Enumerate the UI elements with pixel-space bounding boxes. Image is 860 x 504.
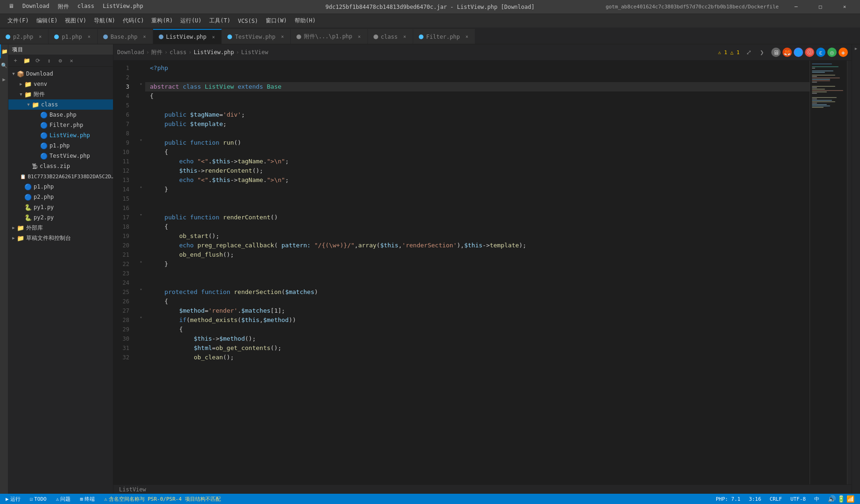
right-panel-btn[interactable]: ▶ xyxy=(853,44,860,53)
activity-search[interactable]: 🔍 xyxy=(0,58,8,72)
menu-refactor[interactable]: 重构(R) xyxy=(148,15,176,26)
tab-close-p1php[interactable]: × xyxy=(87,34,92,40)
tab-filterphp[interactable]: Filter.php × xyxy=(413,29,475,44)
menu-help[interactable]: 帮助(H) xyxy=(291,15,320,26)
status-line-col[interactable]: 3:16 xyxy=(747,494,763,504)
scrollbar-vertical[interactable] xyxy=(847,61,852,484)
kw-public-9: public xyxy=(164,138,190,147)
class-label[interactable]: class xyxy=(74,2,98,12)
browser-opera-icon[interactable]: Ⓞ xyxy=(805,48,814,57)
tab-close-filterphp[interactable]: × xyxy=(465,34,469,40)
tree-item-fj[interactable]: ▼ 📁 附件 xyxy=(8,89,113,99)
menu-file[interactable]: 文件(F) xyxy=(4,15,33,26)
chevron-right-icon[interactable]: ❯ xyxy=(756,47,768,58)
tree-item-basephp[interactable]: 🔵 Base.php xyxy=(8,110,113,120)
tree-item-fj-p1php[interactable]: 🔵 p1.php xyxy=(8,182,113,192)
browser-safari-icon[interactable]: ◎ xyxy=(827,48,837,57)
browser-edge-icon[interactable]: ε xyxy=(816,48,825,57)
tree-item-listviewphp[interactable]: 🔵 ListView.php xyxy=(8,130,113,140)
menu-run[interactable]: 运行(U) xyxy=(176,15,205,26)
tab-basephp[interactable]: Base.php × xyxy=(98,29,153,44)
menu-window[interactable]: 窗口(W) xyxy=(262,15,291,26)
sidebar-close-btn[interactable]: ✕ xyxy=(66,56,77,65)
breadcrumb-fj[interactable]: 附件 xyxy=(151,49,162,56)
tab-p1php[interactable]: p1.php × xyxy=(49,29,97,44)
fold-3[interactable]: ▾ xyxy=(137,79,145,89)
attachment-label[interactable]: 附件 xyxy=(54,2,73,12)
tree-item-fj-p2php[interactable]: 🔵 p2.php xyxy=(8,192,113,202)
sidebar-refresh-btn[interactable]: ⟳ xyxy=(33,56,43,65)
sidebar-collapse-btn[interactable]: ↕ xyxy=(44,56,54,65)
fold-25[interactable]: ▾ xyxy=(137,285,145,294)
tab-close-testviewphp[interactable]: × xyxy=(280,34,285,40)
tree-item-extlib[interactable]: ▶ 📁 外部库 xyxy=(8,223,113,233)
status-problems-btn[interactable]: ⚠ 问题 xyxy=(54,494,73,504)
tab-close-listviewphp[interactable]: × xyxy=(211,34,216,40)
menu-code[interactable]: 代码(C) xyxy=(119,15,148,26)
status-todo-btn[interactable]: ☑ TODO xyxy=(28,494,49,504)
code-content[interactable]: <?php abstract class ListView extends Ba… xyxy=(145,61,810,484)
tree-item-scratch[interactable]: ▶ 📁 草稿文件和控制台 xyxy=(8,233,113,243)
fold-17[interactable]: ▾ xyxy=(137,210,145,219)
minimize-button[interactable]: ─ xyxy=(785,0,807,14)
remote-path[interactable]: gotm_ab8ce401624c7c3803bdf57d70cc2bfb0b1… xyxy=(606,4,779,10)
tree-item-p1php[interactable]: 🔵 p1.php xyxy=(8,140,113,151)
menu-tools[interactable]: 工具(T) xyxy=(205,15,234,26)
status-ime[interactable]: 中 xyxy=(812,494,821,504)
tab-listviewphp[interactable]: ListView.php × xyxy=(153,29,222,44)
status-language[interactable]: PHP: 7.1 xyxy=(714,494,742,504)
tree-item-filterphp[interactable]: 🔵 Filter.php xyxy=(8,120,113,130)
tab-close-p2php[interactable]: × xyxy=(38,34,42,40)
browser-chrome-icon[interactable]: 🌐 xyxy=(794,48,803,57)
activity-explorer[interactable]: 📁 xyxy=(0,44,8,58)
status-run-btn[interactable]: ▶ 运行 xyxy=(4,494,22,504)
sidebar-settings-btn[interactable]: ⚙ xyxy=(55,56,65,65)
fold-14[interactable]: ▴ xyxy=(137,182,145,191)
tab-testviewphp[interactable]: TestView.php × xyxy=(222,29,291,44)
breadcrumb-listviewphp[interactable]: ListView.php xyxy=(194,49,234,56)
tree-item-py1[interactable]: 🐍 py1.py xyxy=(8,202,113,212)
browser-phpstorm-icon[interactable]: 🖥 xyxy=(771,48,781,57)
status-terminal-btn[interactable]: ⊞ 终端 xyxy=(78,494,97,504)
tree-item-hash[interactable]: 📋 B1C7733B22A6261F338D2DA5C2D… xyxy=(8,171,113,182)
tree-item-py2[interactable]: 🐍 py2.py xyxy=(8,212,113,223)
tab-close-class[interactable]: × xyxy=(402,34,407,40)
browser-extra-icon[interactable]: ◈ xyxy=(839,48,848,57)
menu-vcs[interactable]: VCS(S) xyxy=(234,16,262,26)
filename-tab[interactable]: ListView.php xyxy=(99,2,147,12)
tab-attachp1php[interactable]: 附件\...\p1.php × xyxy=(291,29,368,44)
fold-28[interactable]: ▾ xyxy=(137,313,145,322)
browser-firefox-icon[interactable]: 🦊 xyxy=(782,48,792,57)
menu-view[interactable]: 视图(V) xyxy=(61,15,90,26)
fold-22[interactable]: ▴ xyxy=(137,257,145,266)
restore-button[interactable]: □ xyxy=(810,0,831,14)
breadcrumb-class[interactable]: class xyxy=(169,49,186,56)
tab-close-attachp1php[interactable]: × xyxy=(357,34,362,40)
activity-run[interactable]: ▶ xyxy=(0,72,8,86)
tree-item-venv[interactable]: ▶ 📁 venv xyxy=(8,79,113,89)
tab-close-basephp[interactable]: × xyxy=(142,34,147,40)
breadcrumb-download[interactable]: Download xyxy=(117,49,144,56)
status-line-ending[interactable]: CRLF xyxy=(768,494,784,504)
download-label[interactable]: Download xyxy=(19,2,53,12)
menu-navigate[interactable]: 导航(N) xyxy=(90,15,119,26)
tree-label-filterphp: Filter.php xyxy=(49,122,83,128)
punc-call30: (); xyxy=(245,334,256,343)
sidebar-new-file-btn[interactable]: + xyxy=(10,56,21,65)
expand-icon[interactable]: ⤢ xyxy=(743,47,754,58)
tree-arrow-testviewphp xyxy=(34,154,40,158)
menu-edit[interactable]: 编辑(E) xyxy=(33,15,62,26)
sidebar-new-folder-btn[interactable]: 📁 xyxy=(21,56,32,65)
fold-9[interactable]: ▾ xyxy=(137,135,145,145)
close-button[interactable]: × xyxy=(834,0,855,14)
tree-item-classzip[interactable]: 🗜 class.zip xyxy=(8,161,113,171)
tab-class[interactable]: class × xyxy=(368,29,413,44)
status-encoding[interactable]: UTF-8 xyxy=(789,494,808,504)
breadcrumb-listview-class[interactable]: ListView xyxy=(241,49,268,56)
app-icon[interactable]: 🖥 xyxy=(5,2,18,12)
tree-item-class[interactable]: ▼ 📁 class xyxy=(8,99,113,110)
tree-root-download[interactable]: ▼ 📦 Download xyxy=(8,69,113,79)
tab-p2php[interactable]: p2.php × xyxy=(0,29,49,44)
tree-item-testviewphp[interactable]: 🔵 TestView.php xyxy=(8,151,113,161)
tab-icon-attachp1php xyxy=(296,35,301,39)
